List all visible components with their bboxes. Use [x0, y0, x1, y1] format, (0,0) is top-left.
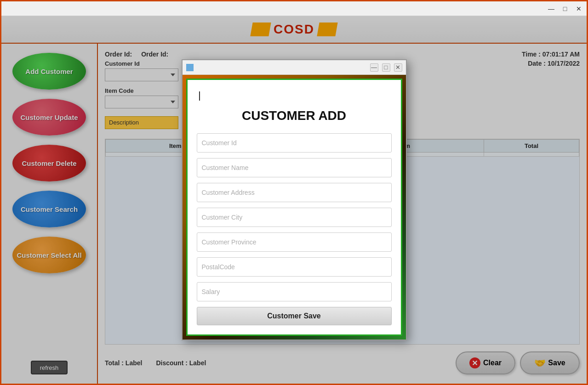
modal-inner: CUSTOMER ADD Customer Save: [186, 79, 402, 336]
modal-customer-city-input[interactable]: [197, 208, 392, 227]
app-area: COSD Add Customer Customer Update Custom…: [1, 16, 587, 384]
window-controls: — □ ✕: [547, 5, 583, 13]
minimize-button[interactable]: —: [547, 5, 555, 13]
modal-close-button[interactable]: ✕: [394, 63, 402, 72]
modal-salary-input[interactable]: [197, 282, 392, 301]
modal-window: — □ ✕ CUSTOMER ADD: [182, 59, 407, 340]
modal-minimize-button[interactable]: —: [370, 63, 378, 72]
outer-titlebar: — □ ✕: [1, 1, 587, 16]
modal-overlay: — □ ✕ CUSTOMER ADD: [1, 16, 587, 384]
modal-customer-address-input[interactable]: [197, 183, 392, 202]
modal-titlebar: — □ ✕: [183, 60, 406, 75]
svg-rect-0: [187, 65, 193, 70]
modal-body: CUSTOMER ADD Customer Save: [183, 75, 406, 340]
modal-customer-id-input[interactable]: [197, 133, 392, 153]
modal-customer-name-input[interactable]: [197, 158, 392, 177]
modal-customer-save-button[interactable]: Customer Save: [197, 307, 392, 325]
cursor-bar: [199, 91, 200, 101]
modal-titlebar-left: [186, 64, 194, 71]
modal-win-controls: — □ ✕: [370, 63, 402, 72]
modal-postal-code-input[interactable]: [197, 257, 392, 277]
modal-customer-province-input[interactable]: [197, 232, 392, 252]
modal-maximize-button[interactable]: □: [382, 63, 390, 72]
outer-window: — □ ✕ COSD Add Customer Customer Update …: [0, 0, 588, 385]
modal-title: CUSTOMER ADD: [197, 108, 392, 123]
close-button[interactable]: ✕: [575, 5, 583, 13]
modal-app-icon: [186, 64, 194, 71]
maximize-button[interactable]: □: [561, 5, 569, 13]
